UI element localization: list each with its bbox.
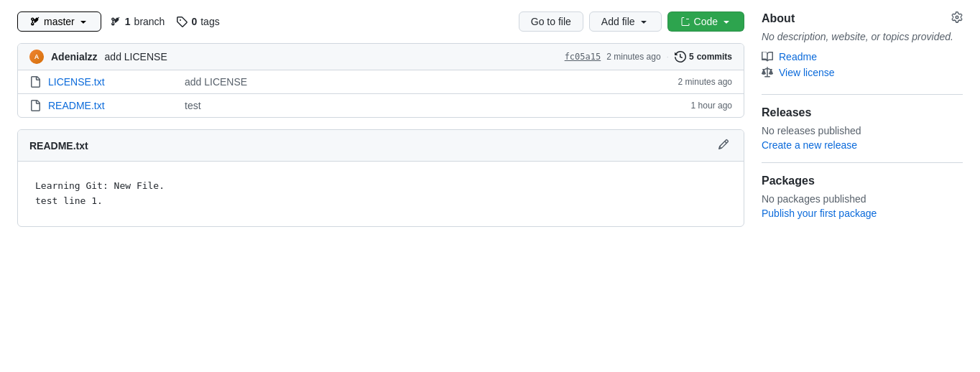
publish-package-link[interactable]: Publish your first package	[762, 208, 877, 219]
tag-count-link[interactable]: 0 tags	[176, 16, 219, 27]
file-name-license[interactable]: LICENSE.txt	[48, 76, 177, 88]
settings-gear-icon[interactable]	[951, 11, 963, 25]
commit-message: add LICENSE	[105, 51, 167, 62]
chevron-down-icon	[638, 16, 650, 27]
packages-title: Packages	[762, 175, 815, 187]
releases-header: Releases	[762, 106, 963, 119]
gear-icon	[951, 11, 963, 23]
about-title: About	[762, 12, 795, 25]
file-name-readme[interactable]: README.txt	[48, 100, 177, 111]
toolbar-stats: 1 branch 0 tags	[110, 16, 220, 27]
tag-icon	[176, 16, 188, 27]
code-icon	[680, 16, 691, 27]
history-icon	[675, 51, 686, 62]
readme-title: README.txt	[29, 140, 88, 152]
file-time-readme: 1 hour ago	[691, 101, 732, 111]
file-commit-msg-readme: test	[185, 100, 684, 111]
create-release-link[interactable]: Create a new release	[762, 139, 857, 151]
add-file-button[interactable]: Add file	[589, 11, 662, 32]
table-row: README.txt test 1 hour ago	[18, 94, 744, 117]
chevron-down-icon	[78, 16, 89, 27]
page-container: master 1 branch	[0, 0, 980, 254]
about-header: About	[762, 11, 963, 25]
branch-icon	[29, 16, 41, 27]
no-releases-text: No releases published	[762, 125, 963, 136]
releases-section: Releases No releases published Create a …	[762, 106, 963, 163]
file-icon	[29, 100, 41, 111]
releases-title: Releases	[762, 106, 811, 119]
pencil-icon	[718, 139, 729, 150]
branch-count: 1	[125, 16, 131, 27]
file-icon	[29, 76, 41, 88]
about-description: No description, website, or topics provi…	[762, 31, 963, 42]
packages-section: Packages No packages published Publish y…	[762, 175, 963, 231]
license-link-label: View license	[779, 67, 835, 78]
branch-stat-icon	[110, 16, 121, 27]
repo-toolbar: master 1 branch	[17, 11, 744, 32]
commit-author[interactable]: Adenialzz	[51, 51, 98, 62]
license-link[interactable]: View license	[762, 67, 963, 78]
commits-count: 5	[689, 52, 694, 62]
commits-count-link[interactable]: 5 commits	[675, 51, 732, 62]
commit-meta: fc05a15 2 minutes ago · 5 commits	[565, 51, 732, 62]
avatar: A	[29, 50, 44, 64]
code-button[interactable]: Code	[667, 11, 744, 32]
sidebar: About No description, website, or topics…	[762, 11, 963, 242]
readme-header: README.txt	[18, 130, 744, 162]
branch-count-link[interactable]: 1 branch	[110, 16, 165, 27]
commit-hash[interactable]: fc05a15	[565, 52, 601, 62]
readme-body: Learning Git: New File. test line 1.	[18, 162, 744, 226]
commit-time: 2 minutes ago	[606, 52, 660, 62]
commits-label: commits	[697, 52, 732, 62]
chevron-down-icon-code	[721, 16, 732, 27]
readme-link[interactable]: Readme	[762, 51, 963, 62]
tag-count: 0	[191, 16, 197, 27]
law-icon	[762, 67, 773, 78]
book-icon	[762, 51, 773, 62]
readme-line-2: test line 1.	[35, 194, 726, 209]
branch-label: branch	[134, 16, 165, 27]
toolbar-actions: Go to file Add file Code	[519, 11, 744, 32]
commit-row: A Adenialzz add LICENSE fc05a15 2 minute…	[18, 44, 744, 70]
file-commit-msg-license: add LICENSE	[185, 76, 671, 88]
readme-line-1: Learning Git: New File.	[35, 179, 726, 194]
file-table: A Adenialzz add LICENSE fc05a15 2 minute…	[17, 43, 744, 118]
tag-label: tags	[200, 16, 219, 27]
edit-readme-button[interactable]	[715, 136, 732, 155]
repo-content: master 1 branch	[17, 11, 744, 242]
no-packages-text: No packages published	[762, 193, 963, 205]
file-time-license: 2 minutes ago	[678, 77, 732, 87]
packages-header: Packages	[762, 175, 963, 187]
readme-link-label: Readme	[779, 51, 817, 62]
goto-file-button[interactable]: Go to file	[519, 11, 583, 32]
branch-selector[interactable]: master	[17, 11, 101, 32]
table-row: LICENSE.txt add LICENSE 2 minutes ago	[18, 70, 744, 94]
main-layout: master 1 branch	[17, 11, 963, 242]
avatar-image: A	[29, 50, 44, 64]
readme-section: README.txt Learning Git: New File. test …	[17, 129, 744, 227]
branch-name: master	[44, 16, 75, 27]
about-section: About No description, website, or topics…	[762, 11, 963, 95]
